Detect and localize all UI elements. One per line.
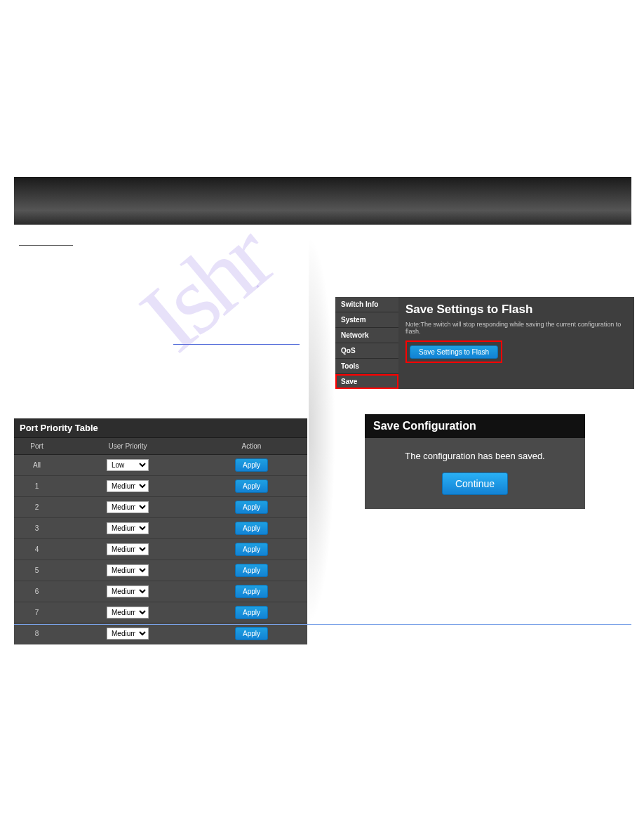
priority-cell: LowMediumHighHighest: [60, 623, 196, 644]
continue-button[interactable]: Continue: [442, 472, 508, 495]
column-divider: [309, 235, 335, 625]
apply-button[interactable]: Apply: [235, 479, 268, 493]
priority-cell: LowMediumHighHighest: [60, 455, 196, 476]
priority-select[interactable]: LowMediumHighHighest: [107, 585, 149, 597]
table-row: 7LowMediumHighHighestApply: [14, 602, 307, 623]
port-cell: 5: [14, 560, 60, 581]
action-cell: Apply: [196, 476, 307, 497]
apply-button[interactable]: Apply: [235, 543, 268, 556]
sidebar-item-network[interactable]: Network: [335, 328, 398, 343]
priority-cell: LowMediumHighHighest: [60, 518, 196, 539]
priority-cell: LowMediumHighHighest: [60, 581, 196, 602]
sidebar-item-qos[interactable]: QoS: [335, 343, 398, 359]
port-cell: 6: [14, 581, 60, 602]
priority-select[interactable]: LowMediumHighHighest: [107, 522, 149, 534]
apply-button[interactable]: Apply: [235, 627, 268, 640]
priority-select[interactable]: LowMediumHighHighest: [107, 543, 149, 555]
priority-cell: LowMediumHighHighest: [60, 560, 196, 581]
sidebar-item-switch-info[interactable]: Switch Info: [335, 297, 398, 312]
rule-small: [19, 245, 73, 246]
save-configuration-dialog: Save Configuration The configuration has…: [365, 414, 585, 509]
table-row: 4LowMediumHighHighestApply: [14, 539, 307, 560]
action-cell: Apply: [196, 623, 307, 644]
sidebar-item-system[interactable]: System: [335, 312, 398, 328]
port-priority-table: Port Priority Table Port User Priority A…: [14, 418, 307, 644]
save-dialog-title: Save Configuration: [365, 414, 585, 438]
table-row: 6LowMediumHighHighestApply: [14, 581, 307, 602]
action-cell: Apply: [196, 539, 307, 560]
port-cell: All: [14, 455, 60, 476]
flash-sidebar: Switch InfoSystemNetworkQoSToolsSave: [335, 297, 398, 389]
table-row: 8LowMediumHighHighestApply: [14, 623, 307, 644]
action-cell: Apply: [196, 455, 307, 476]
action-cell: Apply: [196, 518, 307, 539]
table-row: 5LowMediumHighHighestApply: [14, 560, 307, 581]
port-cell: 7: [14, 602, 60, 623]
priority-select[interactable]: LowMediumHighHighest: [107, 564, 149, 576]
ppt-header-port: Port: [14, 438, 60, 455]
page-banner: [14, 177, 631, 225]
sidebar-item-save[interactable]: Save: [335, 374, 398, 389]
watermark: Ishr: [119, 203, 292, 373]
ppt-header-priority: User Priority: [60, 438, 196, 455]
apply-button[interactable]: Apply: [235, 564, 268, 577]
flash-title: Save Settings to Flash: [405, 303, 627, 317]
apply-button[interactable]: Apply: [235, 585, 268, 598]
priority-select[interactable]: LowMediumHighHighest: [107, 607, 149, 618]
priority-select[interactable]: LowMediumHighHighest: [107, 480, 149, 492]
save-flash-panel: Switch InfoSystemNetworkQoSToolsSave Sav…: [335, 297, 634, 389]
rule-bottom: [14, 624, 631, 625]
apply-button[interactable]: Apply: [235, 458, 268, 472]
priority-select[interactable]: LowMediumHighHighest: [107, 628, 149, 640]
action-cell: Apply: [196, 497, 307, 518]
apply-button[interactable]: Apply: [235, 522, 268, 535]
flash-note: Note:The switch will stop responding whi…: [405, 321, 627, 335]
ppt-title: Port Priority Table: [14, 418, 307, 438]
table-row: 3LowMediumHighHighestApply: [14, 518, 307, 539]
priority-cell: LowMediumHighHighest: [60, 476, 196, 497]
save-dialog-message: The configuration has been saved.: [373, 451, 577, 461]
port-cell: 4: [14, 539, 60, 560]
apply-button[interactable]: Apply: [235, 501, 268, 514]
flash-button-highlight: Save Settings to Flash: [405, 340, 502, 363]
rule-mid: [173, 344, 300, 345]
apply-button[interactable]: Apply: [235, 606, 268, 619]
priority-select[interactable]: LowMediumHighHighest: [107, 459, 149, 471]
table-row: 2LowMediumHighHighestApply: [14, 497, 307, 518]
action-cell: Apply: [196, 581, 307, 602]
port-cell: 2: [14, 497, 60, 518]
table-row: AllLowMediumHighHighestApply: [14, 455, 307, 476]
action-cell: Apply: [196, 602, 307, 623]
ppt-header-action: Action: [196, 438, 307, 455]
priority-cell: LowMediumHighHighest: [60, 539, 196, 560]
save-settings-to-flash-button[interactable]: Save Settings to Flash: [410, 345, 498, 359]
port-cell: 1: [14, 476, 60, 497]
table-row: 1LowMediumHighHighestApply: [14, 476, 307, 497]
priority-cell: LowMediumHighHighest: [60, 497, 196, 518]
port-cell: 8: [14, 623, 60, 644]
port-cell: 3: [14, 518, 60, 539]
action-cell: Apply: [196, 560, 307, 581]
priority-select[interactable]: LowMediumHighHighest: [107, 501, 149, 513]
priority-cell: LowMediumHighHighest: [60, 602, 196, 623]
sidebar-item-tools[interactable]: Tools: [335, 359, 398, 374]
